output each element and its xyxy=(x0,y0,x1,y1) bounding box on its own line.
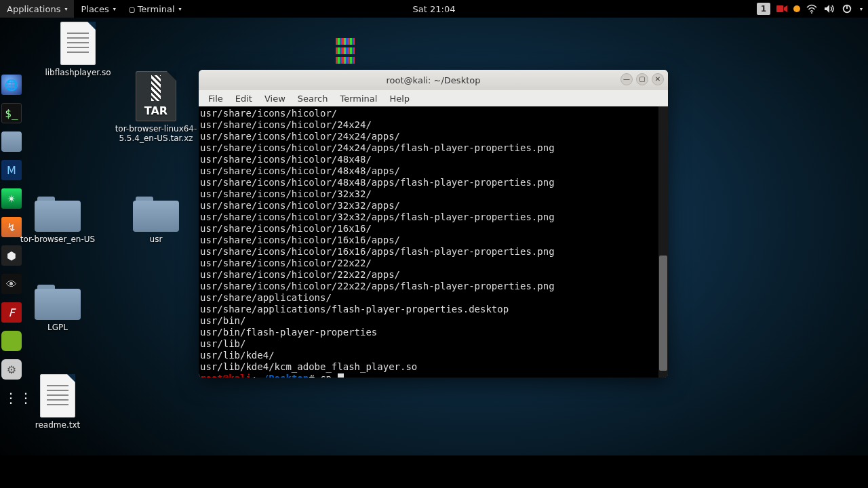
places-menu[interactable]: Places▾ xyxy=(74,0,122,18)
files-icon[interactable] xyxy=(1,131,22,152)
active-app-menu[interactable]: ▢ Terminal▾ xyxy=(123,0,189,18)
iceweasel-icon[interactable]: 🌐 xyxy=(1,75,22,95)
file-icon xyxy=(60,22,96,65)
armitage-icon[interactable]: ✴ xyxy=(1,188,22,209)
chevron-down-icon: ▾ xyxy=(113,6,116,12)
file-label: tor-browser-linux64-5.5.4_en-US.tar.xz xyxy=(108,124,203,143)
clock[interactable]: Sat 21:04 xyxy=(406,0,462,18)
folder-icon xyxy=(35,197,81,232)
file-label: libflashplayer.so xyxy=(45,68,111,77)
metasploit-icon[interactable]: M xyxy=(1,160,22,180)
places-label: Places xyxy=(81,4,108,14)
window-minimize-button[interactable]: — xyxy=(620,73,633,85)
top-panel: Applications▾ Places▾ ▢ Terminal▾ Sat 21… xyxy=(0,0,868,18)
window-titlebar[interactable]: root@kali: ~/Desktop — ▢ ✕ xyxy=(199,70,668,90)
apps-grid-icon[interactable]: ⋮⋮⋮ xyxy=(1,388,22,408)
faraday-icon[interactable]: F xyxy=(1,302,22,323)
workspace-indicator[interactable]: 1 xyxy=(757,3,770,15)
menu-help[interactable]: Help xyxy=(384,92,415,105)
folder-icon xyxy=(35,285,81,320)
menu-view[interactable]: View xyxy=(259,92,291,105)
leafpad-icon[interactable] xyxy=(1,331,22,351)
terminal-icon: ▢ xyxy=(130,4,135,14)
window-title: root@kali: ~/Desktop xyxy=(387,75,481,85)
menu-file[interactable]: File xyxy=(203,92,229,105)
terminal-scrollbar[interactable] xyxy=(658,106,668,378)
maltego-icon[interactable]: ⬢ xyxy=(1,245,22,266)
applications-menu[interactable]: Applications▾ xyxy=(0,0,74,18)
chevron-down-icon: ▾ xyxy=(179,6,182,12)
dash-dock: 🌐 $_ M ✴ ↯ ⬢ 👁 F ⚙ ⋮⋮⋮ xyxy=(1,75,24,408)
folder-label: usr xyxy=(150,235,163,244)
recording-icon[interactable] xyxy=(776,3,788,15)
power-icon[interactable] xyxy=(841,3,853,15)
menu-search[interactable]: Search xyxy=(292,92,334,105)
archive-icon: TAR xyxy=(136,71,176,121)
tweak-icon[interactable]: ⚙ xyxy=(1,359,22,380)
chevron-down-icon[interactable]: ▾ xyxy=(860,6,863,12)
burp-icon[interactable]: ↯ xyxy=(1,217,22,237)
folder-label: tor-browser_en-US xyxy=(20,235,95,244)
desktop-file-tor-archive[interactable]: TAR tor-browser-linux64-5.5.4_en-US.tar.… xyxy=(108,71,203,143)
zipper-icon xyxy=(151,75,161,101)
zenmap-icon[interactable]: 👁 xyxy=(1,274,22,294)
clock-text: Sat 21:04 xyxy=(413,4,456,14)
terminal-output[interactable]: usr/share/icons/hicolor/ usr/share/icons… xyxy=(199,106,668,378)
network-icon[interactable] xyxy=(806,3,818,15)
letterbox-bottom xyxy=(0,455,868,488)
desktop-folder-usr[interactable]: usr xyxy=(108,197,203,244)
terminal-menubar: File Edit View Search Terminal Help xyxy=(199,90,668,106)
svg-rect-0 xyxy=(776,5,783,12)
file-icon xyxy=(40,374,75,418)
menu-terminal[interactable]: Terminal xyxy=(334,92,382,105)
menu-edit[interactable]: Edit xyxy=(230,92,258,105)
scrollbar-thumb[interactable] xyxy=(659,256,667,371)
desktop-thumbnail-icon[interactable] xyxy=(336,38,356,66)
svg-point-1 xyxy=(811,12,812,14)
tar-badge: TAR xyxy=(144,104,167,117)
file-label: readme.txt xyxy=(35,420,80,430)
folder-icon xyxy=(133,197,179,232)
terminal-window: root@kali: ~/Desktop — ▢ ✕ File Edit Vie… xyxy=(199,70,668,378)
status-dot-icon[interactable] xyxy=(793,5,800,12)
applications-label: Applications xyxy=(7,4,60,14)
active-app-label: Terminal xyxy=(138,4,175,14)
volume-icon[interactable] xyxy=(823,3,835,15)
folder-label: LGPL xyxy=(47,323,68,332)
terminal-cursor xyxy=(338,373,344,378)
terminal-launcher-icon[interactable]: $_ xyxy=(1,103,22,123)
window-close-button[interactable]: ✕ xyxy=(652,73,664,85)
chevron-down-icon: ▾ xyxy=(64,6,67,12)
desktop-folder-lgpl[interactable]: LGPL xyxy=(10,285,105,332)
window-maximize-button[interactable]: ▢ xyxy=(636,73,648,85)
desktop-folder-tor-browser[interactable]: tor-browser_en-US xyxy=(10,197,105,244)
desktop-file-libflashplayer[interactable]: libflashplayer.so xyxy=(31,22,125,77)
